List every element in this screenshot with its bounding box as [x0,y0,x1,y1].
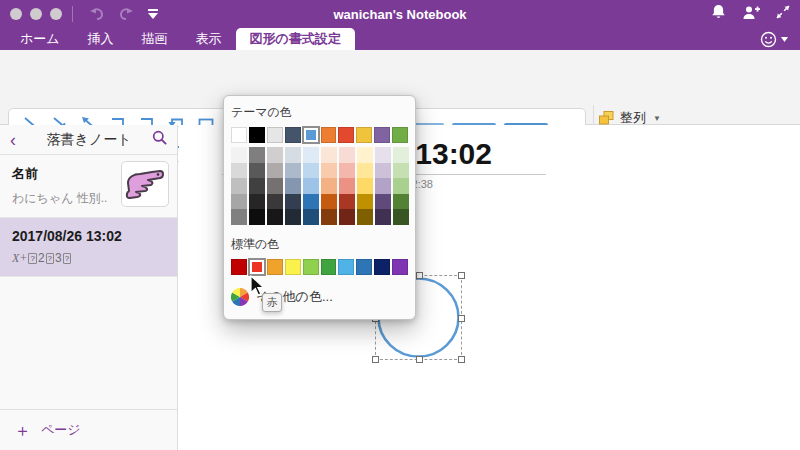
standard-color-swatch[interactable] [374,259,390,275]
theme-shade-swatch[interactable] [303,163,319,179]
theme-shade-swatch[interactable] [375,163,391,179]
feedback-smiley-button[interactable] [760,28,788,50]
theme-shade-swatch[interactable] [321,147,337,163]
minimize-window-button[interactable] [30,8,42,20]
theme-shade-swatch[interactable] [231,147,247,163]
theme-shade-swatch[interactable] [285,178,301,194]
theme-shade-swatch[interactable] [249,147,265,163]
theme-shade-swatch[interactable] [267,194,283,210]
theme-shade-swatch[interactable] [303,178,319,194]
tab-図形の書式設定[interactable]: 図形の書式設定 [236,28,355,50]
theme-shade-swatch[interactable] [285,147,301,163]
theme-shade-swatch[interactable] [357,163,373,179]
theme-shade-swatch[interactable] [393,147,409,163]
tab-表示[interactable]: 表示 [182,28,236,50]
theme-shade-swatch[interactable] [231,178,247,194]
zoom-window-button[interactable] [50,8,62,20]
standard-color-swatch[interactable] [356,259,372,275]
theme-shade-swatch[interactable] [285,163,301,179]
theme-shade-swatch[interactable] [375,209,391,225]
theme-shade-swatch[interactable] [267,178,283,194]
theme-color-swatch[interactable] [231,127,247,143]
theme-shade-swatch[interactable] [339,178,355,194]
theme-color-swatch[interactable] [303,127,319,143]
resize-handle-bottom-left[interactable] [372,356,379,363]
theme-shade-swatch[interactable] [285,194,301,210]
theme-shade-swatch[interactable] [249,209,265,225]
theme-shade-swatch[interactable] [357,147,373,163]
resize-handle-top[interactable] [416,272,423,279]
theme-shade-swatch[interactable] [393,209,409,225]
standard-color-swatch[interactable] [321,259,337,275]
page-list-item-current[interactable]: 2017/08/26 13:02 X+?2?3? [0,218,177,277]
theme-shade-swatch[interactable] [321,209,337,225]
theme-shade-swatch[interactable] [339,194,355,210]
theme-shade-swatch[interactable] [393,163,409,179]
theme-shade-swatch[interactable] [375,147,391,163]
theme-shade-swatch[interactable] [267,209,283,225]
tab-ホーム[interactable]: ホーム [6,28,74,50]
page-item-preview: わにちゃん 性別... [12,190,107,207]
standard-color-swatch[interactable] [249,259,265,275]
standard-color-swatch[interactable] [267,259,283,275]
tab-挿入[interactable]: 挿入 [74,28,128,50]
back-chevron-button[interactable]: ‹ [10,131,26,149]
standard-color-swatch[interactable] [392,259,408,275]
theme-shade-swatch[interactable] [393,178,409,194]
plus-icon: ＋ [14,422,31,439]
page-item-title: 2017/08/26 13:02 [12,228,165,244]
resize-handle-bottom-right[interactable] [458,356,465,363]
standard-color-swatch[interactable] [338,259,354,275]
theme-color-swatch[interactable] [267,127,283,143]
standard-color-swatch[interactable] [231,259,247,275]
theme-color-swatch[interactable] [249,127,265,143]
theme-shade-swatch[interactable] [267,147,283,163]
theme-shade-swatch[interactable] [393,194,409,210]
theme-shade-swatch[interactable] [231,209,247,225]
theme-shade-swatch[interactable] [375,178,391,194]
theme-shade-swatch[interactable] [375,194,391,210]
customize-toolbar-caret[interactable] [142,5,164,23]
theme-shade-swatch[interactable] [357,178,373,194]
theme-shade-swatch[interactable] [321,178,337,194]
theme-color-swatch[interactable] [374,127,390,143]
theme-shade-swatch[interactable] [249,163,265,179]
standard-color-swatch[interactable] [285,259,301,275]
theme-shade-swatch[interactable] [303,194,319,210]
theme-color-swatch[interactable] [338,127,354,143]
fullscreen-expand-icon[interactable] [776,5,790,23]
theme-shade-swatch[interactable] [231,194,247,210]
close-window-button[interactable] [10,8,22,20]
theme-shade-swatch[interactable] [321,194,337,210]
theme-color-swatch[interactable] [356,127,372,143]
theme-color-swatch[interactable] [285,127,301,143]
theme-color-swatch[interactable] [321,127,337,143]
feedback-caret-icon [781,37,788,42]
theme-shade-swatch[interactable] [249,178,265,194]
resize-handle-bottom[interactable] [416,356,423,363]
redo-button[interactable] [114,5,136,23]
theme-shade-swatch[interactable] [231,163,247,179]
tab-描画[interactable]: 描画 [128,28,182,50]
resize-handle-right[interactable] [458,315,465,322]
share-add-person-icon[interactable] [742,5,760,24]
theme-shade-swatch[interactable] [357,209,373,225]
theme-shade-swatch[interactable] [249,194,265,210]
theme-shade-swatch[interactable] [303,147,319,163]
theme-shade-swatch[interactable] [357,194,373,210]
theme-shade-swatch[interactable] [339,163,355,179]
theme-color-swatch[interactable] [392,127,408,143]
resize-handle-top-right[interactable] [458,272,465,279]
theme-shade-swatch[interactable] [285,209,301,225]
add-page-button[interactable]: ＋ ページ [0,409,177,450]
page-list-item-name[interactable]: 名前 わにちゃん 性別... [0,155,177,218]
search-icon[interactable] [152,130,167,149]
theme-shade-swatch[interactable] [321,163,337,179]
notifications-bell-icon[interactable] [711,4,726,24]
theme-shade-swatch[interactable] [303,209,319,225]
undo-button[interactable] [86,5,108,23]
standard-color-swatch[interactable] [303,259,319,275]
theme-shade-swatch[interactable] [339,209,355,225]
theme-shade-swatch[interactable] [339,147,355,163]
theme-shade-swatch[interactable] [267,163,283,179]
